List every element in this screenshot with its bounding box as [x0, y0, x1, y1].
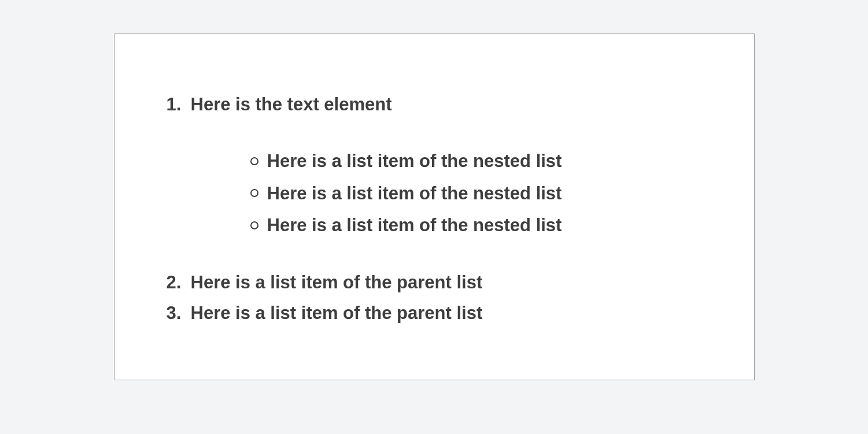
list-item-text: Here is a list item of the nested list	[267, 213, 562, 238]
list-item: 1. Here is the text element	[167, 92, 702, 117]
circle-bullet-icon	[250, 189, 258, 197]
list-item: 3. Here is a list item of the parent lis…	[167, 301, 702, 325]
list-item-text: Here is the text element	[191, 92, 392, 117]
circle-bullet-icon	[250, 157, 258, 165]
list-item-text: Here is a list item of the nested list	[267, 181, 562, 206]
list-item: Here is a list item of the nested list	[250, 149, 702, 173]
list-item: Here is a list item of the nested list	[250, 181, 702, 206]
list-item-text: Here is a list item of the parent list	[191, 270, 483, 295]
list-number: 2.	[167, 270, 184, 295]
document-container: 1. Here is the text element Here is a li…	[114, 34, 755, 380]
circle-bullet-icon	[250, 221, 258, 229]
nested-unordered-list: Here is a list item of the nested list H…	[250, 149, 702, 238]
list-item-text: Here is a list item of the nested list	[267, 149, 562, 173]
list-number: 3.	[167, 301, 184, 325]
parent-ordered-list: 1. Here is the text element Here is a li…	[167, 92, 702, 325]
list-item-text: Here is a list item of the parent list	[191, 301, 483, 325]
list-number: 1.	[167, 92, 184, 117]
list-item: 2. Here is a list item of the parent lis…	[167, 270, 702, 295]
list-item: Here is a list item of the nested list	[250, 213, 702, 238]
